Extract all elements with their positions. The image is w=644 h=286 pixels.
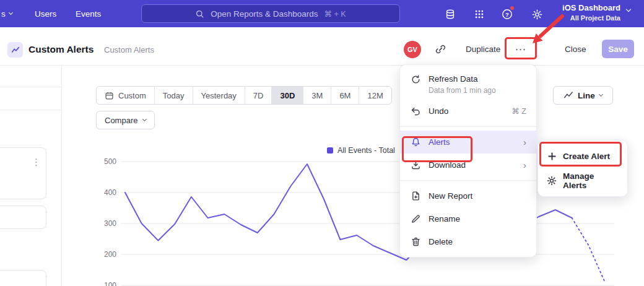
chart-type-selector[interactable]: Line <box>553 86 613 105</box>
menu-divider <box>400 126 536 127</box>
date-3m-button[interactable]: 3M <box>303 87 331 104</box>
search-icon <box>195 9 204 19</box>
menu-item-label: Alerts <box>429 137 450 147</box>
sidebar-card[interactable] <box>0 206 46 229</box>
y-axis-tick-label: 500 <box>104 157 116 166</box>
chart-type-label: Line <box>578 91 595 100</box>
nav-item-users[interactable]: Users <box>35 0 56 27</box>
report-type-icon <box>7 42 23 58</box>
date-7d-button[interactable]: 7D <box>245 87 272 104</box>
alerts-submenu: Create Alert Manage Alerts <box>537 140 628 197</box>
menu-item-alerts[interactable]: Alerts › <box>400 131 536 154</box>
page-title: Custom Alerts <box>28 44 94 55</box>
submenu-item-create-alert[interactable]: Create Alert <box>538 144 627 168</box>
date-12m-button[interactable]: 12M <box>359 87 391 104</box>
bell-icon <box>410 137 421 147</box>
chart-legend[interactable]: All Events - Total <box>327 146 395 155</box>
nav-item-events-label: Events <box>76 9 101 19</box>
plus-icon <box>547 152 557 161</box>
nav-item-partial-label: s <box>1 9 6 19</box>
y-axis-tick-label: 400 <box>104 188 116 197</box>
avatar[interactable]: GV <box>404 41 421 58</box>
menu-item-label: New Report <box>429 191 472 201</box>
top-nav: s Users Events Open Reports & Dashboards… <box>0 0 644 27</box>
menu-item-label: Delete <box>429 237 453 246</box>
sidebar-divider <box>0 87 62 87</box>
date-6m-button[interactable]: 6M <box>331 87 359 104</box>
menu-item-label: Rename <box>429 214 460 223</box>
search-placeholder: Open Reports & Dashboards <box>211 9 318 19</box>
compare-label: Compare <box>105 116 137 125</box>
project-title: iOS Dashboard <box>550 3 620 12</box>
nav-item-users-label: Users <box>35 9 56 19</box>
search-shortcut: ⌘ + K <box>324 9 346 19</box>
compare-button[interactable]: Compare <box>96 111 155 129</box>
date-yesterday-button[interactable]: Yesterday <box>193 87 245 104</box>
y-axis-tick-label: 300 <box>104 219 116 228</box>
menu-item-subtitle: Data from 1 min ago <box>429 86 496 95</box>
menu-item-label: Undo <box>429 106 448 116</box>
undo-icon <box>410 106 421 116</box>
nav-item-partial[interactable]: s <box>1 0 12 27</box>
share-link-icon[interactable] <box>435 44 446 57</box>
project-chevron-down-icon[interactable] <box>626 7 631 12</box>
report-options-menu: Refresh Data Data from 1 min ago Undo ⌘ … <box>399 64 537 258</box>
settings-gear-icon[interactable] <box>530 7 544 21</box>
sidebar-card[interactable]: ⋮ <box>0 147 46 199</box>
svg-text:?: ? <box>505 11 509 18</box>
date-custom-label: Custom <box>118 91 146 100</box>
nav-item-events[interactable]: Events <box>76 0 101 27</box>
download-icon <box>410 160 421 170</box>
date-today-button[interactable]: Today <box>154 87 193 104</box>
submenu-arrow-icon: › <box>523 160 526 170</box>
menu-item-shortcut: ⌘ Z <box>511 106 526 116</box>
chart-line-dashed <box>572 218 605 282</box>
chevron-down-icon <box>9 10 13 14</box>
project-selector[interactable]: iOS Dashboard All Project Data <box>550 3 620 22</box>
legend-swatch <box>327 147 333 154</box>
menu-item-download[interactable]: Download › <box>400 154 536 176</box>
menu-item-label: Download <box>429 160 466 170</box>
menu-item-delete[interactable]: Delete <box>400 230 536 253</box>
left-sidebar: ⋮ <box>0 66 62 286</box>
menu-item-rename[interactable]: Rename <box>400 207 536 230</box>
more-options-button[interactable]: ⋯ <box>509 41 533 58</box>
date-custom-button[interactable]: Custom <box>97 87 154 104</box>
duplicate-button[interactable]: Duplicate <box>466 45 500 54</box>
calendar-icon <box>105 91 114 100</box>
chevron-down-icon <box>142 116 147 121</box>
kebab-menu-icon[interactable]: ⋮ <box>32 157 41 168</box>
submenu-item-label: Create Alert <box>563 152 610 161</box>
y-axis-tick-label: 200 <box>104 250 116 259</box>
line-chart-icon <box>564 90 573 100</box>
project-subtitle: All Project Data <box>550 14 620 22</box>
submenu-item-label: Manage Alerts <box>563 171 619 190</box>
chart-y-axis-labels: 500400300200100 <box>92 155 116 286</box>
apps-grid-icon[interactable] <box>472 7 486 21</box>
report-header: Custom Alerts Custom Alerts GV Duplicate… <box>0 27 644 66</box>
gear-icon <box>547 176 557 186</box>
data-management-icon[interactable] <box>443 7 457 21</box>
submenu-item-manage-alerts[interactable]: Manage Alerts <box>538 168 627 193</box>
app-window: s Users Events Open Reports & Dashboards… <box>0 0 644 286</box>
pencil-icon <box>410 214 421 224</box>
menu-item-refresh-data[interactable]: Refresh Data Data from 1 min ago <box>400 69 536 100</box>
breadcrumb[interactable]: Custom Alerts <box>104 45 154 54</box>
save-button[interactable]: Save <box>602 40 634 58</box>
sidebar-divider <box>0 110 62 110</box>
y-axis-tick-label: 100 <box>104 281 116 286</box>
sidebar-card[interactable] <box>0 270 46 286</box>
notification-dot <box>510 6 515 11</box>
menu-item-label: Refresh Data <box>429 74 496 84</box>
menu-item-undo[interactable]: Undo ⌘ Z <box>400 100 536 123</box>
menu-divider <box>400 180 536 181</box>
global-search[interactable]: Open Reports & Dashboards ⌘ + K <box>141 4 400 23</box>
date-30d-button[interactable]: 30D <box>271 87 303 104</box>
refresh-icon <box>410 74 421 85</box>
date-range-segmented-control: Custom Today Yesterday 7D 30D 3M 6M 12M <box>96 86 392 105</box>
new-report-icon <box>410 191 421 201</box>
menu-item-new-report[interactable]: New Report <box>400 184 536 207</box>
legend-label: All Events - Total <box>337 146 395 155</box>
submenu-arrow-icon: › <box>523 137 526 147</box>
close-button[interactable]: Close <box>565 45 586 54</box>
